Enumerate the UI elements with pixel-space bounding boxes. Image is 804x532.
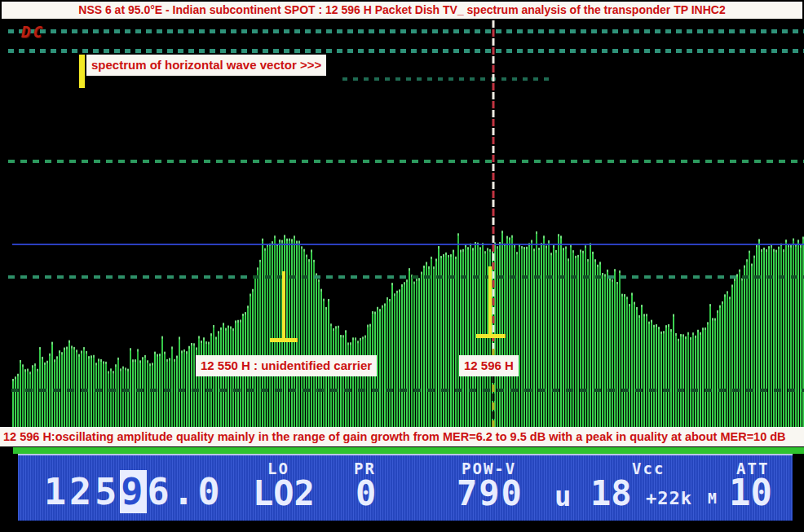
spectrum-analyzer-photo: NSS 6 at 95.0°E - Indian subcontinent SP… [0,0,804,532]
frequency-readout: 12596.0 [44,470,223,513]
m-indicator: M [708,490,717,507]
annotation-wave-vector: spectrum of horizontal wave vector >>> [86,55,326,76]
vcc-label: Vcc [632,459,665,477]
unit-u: u [554,480,571,512]
panel-green-strip [13,447,804,454]
receiver-readout-panel: 12596.0 LO LO2 PR 0 POW-V 790 u 18 +22k … [18,454,793,521]
frequency-cursor-digit: 9 [120,470,147,513]
annotation-carrier-12550: 12 550 H : unidentified carrier [196,355,377,376]
page-title: NSS 6 at 95.0°E - Indian subcontinent SP… [2,2,802,19]
frequency-suffix: 6.0 [147,470,223,513]
tone-22k-value: +22k [646,488,692,508]
frequency-prefix: 125 [44,470,120,513]
annotation-carrier-12596: 12 596 H [459,355,519,376]
yellow-pointer-bar [79,55,85,88]
lo-value: LO2 [253,473,315,513]
powv-value: 790 [457,473,523,513]
pr-value: 0 [356,473,376,513]
att-label: ATT [736,459,769,477]
att-value: 10 [729,472,772,513]
annotation-mer-note: 12 596 H:oscillating amplitude quality m… [0,427,804,446]
dc-indicator: DC [21,23,45,41]
voltage-value: 18 [590,473,632,513]
